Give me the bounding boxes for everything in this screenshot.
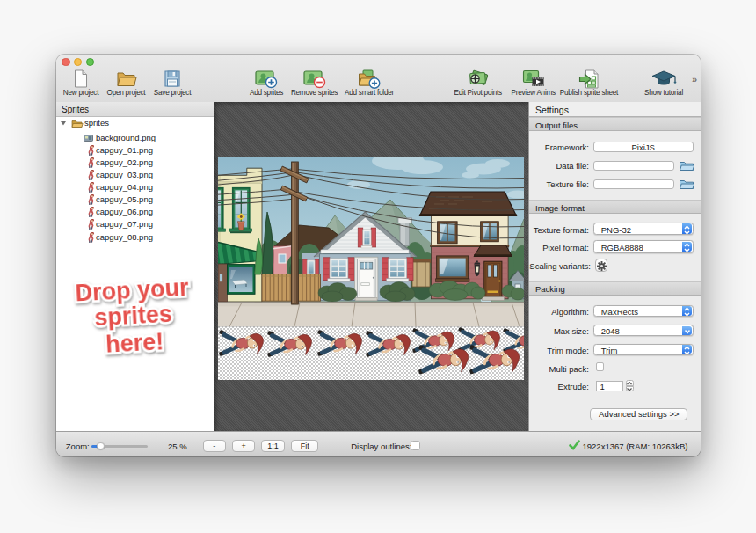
svg-text:here!: here! xyxy=(105,328,164,357)
svg-text:Drop your: Drop your xyxy=(75,274,190,307)
svg-text:sprites: sprites xyxy=(94,301,173,332)
